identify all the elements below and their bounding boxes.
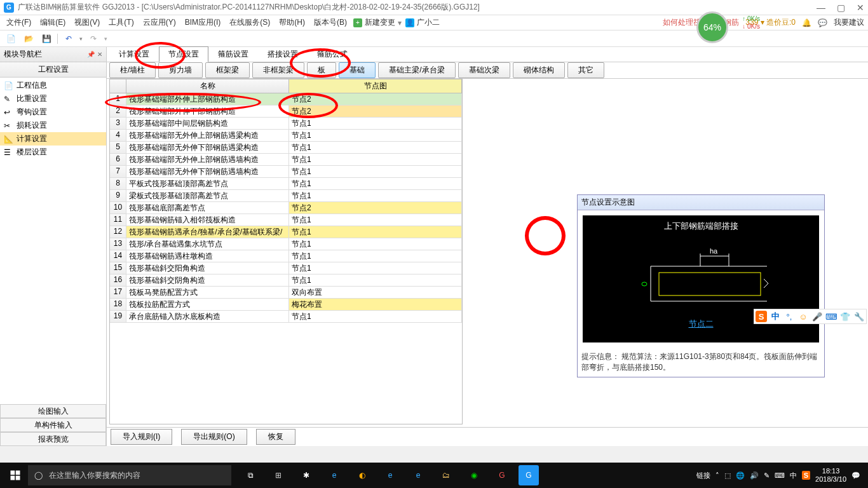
grid-row[interactable]: 9梁板式筏形基础顶部高差节点节点1 [110, 190, 462, 202]
settings-tab-0[interactable]: 计算设置 [109, 46, 159, 62]
undo-icon[interactable]: ↶ [62, 32, 76, 45]
sidebar-item-0[interactable]: 📄工程信息 [0, 79, 106, 92]
category-tab-4[interactable]: 板 [307, 62, 336, 78]
grid-body[interactable]: 1筏形基础端部外伸上部钢筋构造节点22筏形基础端部外伸下部钢筋构造节点23筏形基… [109, 93, 463, 424]
taskbar-search[interactable]: ◯ 在这里输入你要搜索的内容 [28, 465, 231, 485]
menu-cloud[interactable]: 云应用(Y) [140, 16, 179, 29]
tray-clock[interactable]: 18:13 2018/3/10 [815, 467, 846, 484]
grid-row[interactable]: 3筏形基础端部中间层钢筋构造节点1 [110, 118, 462, 130]
settings-tab-2[interactable]: 箍筋设置 [208, 46, 258, 62]
import-rules-button[interactable]: 导入规则(I) [111, 429, 172, 445]
grid-row[interactable]: 6筏形基础端部无外伸上部钢筋遇墙构造节点1 [110, 154, 462, 166]
task-view-icon[interactable]: ⧉ [236, 463, 264, 488]
category-tab-8[interactable]: 砌体结构 [513, 62, 565, 78]
sidebar-item-5[interactable]: ☰楼层设置 [0, 146, 106, 159]
sidebar-tab-report[interactable]: 报表预览 [0, 432, 106, 446]
category-tab-0[interactable]: 柱/墙柱 [109, 62, 156, 78]
row-node[interactable]: 节点1 [289, 130, 462, 141]
new-change-button[interactable]: + 新建变更 ▾ [353, 17, 402, 28]
taskbar-app-6[interactable]: G [488, 463, 516, 488]
tray-sogou-icon[interactable]: S [802, 471, 810, 480]
category-tab-5[interactable]: 基础 [339, 62, 376, 78]
tray-pen-icon[interactable]: ✎ [764, 471, 770, 480]
grid-row[interactable]: 19承台底筋锚入防水底板构造节点1 [110, 311, 462, 323]
row-node[interactable]: 节点2 [289, 93, 462, 105]
taskbar-app-1[interactable]: ⊞ [264, 463, 292, 488]
diagram-link[interactable]: 节点二 [689, 318, 714, 330]
menu-edit[interactable]: 编辑(E) [37, 16, 68, 29]
row-node[interactable]: 节点1 [289, 166, 462, 177]
row-node[interactable]: 节点1 [289, 250, 462, 262]
restore-button[interactable]: 恢复 [256, 429, 295, 445]
bell-icon[interactable]: 🔔 [802, 18, 811, 27]
row-node[interactable]: 节点1 [289, 274, 462, 286]
menu-view[interactable]: 视图(V) [72, 16, 102, 29]
tray-chevron-icon[interactable]: ˄ [715, 471, 719, 480]
menu-tools[interactable]: 工具(T) [106, 16, 136, 29]
feedback-link[interactable]: 我要建议 [834, 17, 864, 28]
ime-toolbar[interactable]: S 中 °, ☺ 🎤 ⌨ 👕 🔧 [754, 309, 867, 324]
redo-icon[interactable]: ↷ [86, 32, 100, 45]
category-tab-6[interactable]: 基础主梁/承台梁 [378, 62, 455, 78]
category-tab-9[interactable]: 其它 [567, 62, 604, 78]
menu-file[interactable]: 文件(F) [4, 16, 34, 29]
undo-dropdown-icon[interactable]: ▾ [79, 36, 83, 42]
pin-icon[interactable]: 📌 [87, 51, 95, 58]
taskbar-edge-icon[interactable]: e [320, 463, 348, 488]
row-node[interactable]: 节点1 [289, 190, 462, 201]
taskbar-app-7[interactable]: G [519, 465, 539, 485]
row-node[interactable]: 节点1 [289, 154, 462, 165]
grid-row[interactable]: 18筏板拉筋配置方式梅花布置 [110, 299, 462, 311]
ime-skin-icon[interactable]: 👕 [839, 311, 851, 322]
ime-smile-icon[interactable]: ☺ [797, 311, 809, 322]
ime-zhong[interactable]: 中 [770, 311, 781, 322]
category-tab-7[interactable]: 基础次梁 [458, 62, 510, 78]
open-file-icon[interactable]: 📂 [22, 32, 36, 45]
taskbar-explorer-icon[interactable]: 🗂 [432, 463, 460, 488]
sidebar-item-1[interactable]: ✎比重设置 [0, 92, 106, 105]
sidebar-item-2[interactable]: ↩弯钩设置 [0, 105, 106, 119]
taskbar-ie-icon[interactable]: e [404, 463, 432, 488]
row-node[interactable]: 节点1 [289, 214, 462, 226]
row-node[interactable]: 节点1 [289, 178, 462, 189]
category-tab-3[interactable]: 非框架梁 [252, 62, 304, 78]
row-node[interactable]: 节点1 [289, 226, 462, 238]
maximize-button[interactable]: ▢ [837, 3, 845, 13]
chat-icon[interactable]: 💬 [818, 18, 827, 27]
grid-row[interactable]: 15筏形基础斜交阳角构造节点1 [110, 262, 462, 274]
row-node[interactable]: 双向布置 [289, 287, 462, 298]
user-display[interactable]: 👤 广小二 [405, 17, 440, 28]
grid-row[interactable]: 1筏形基础端部外伸上部钢筋构造节点2 [110, 93, 462, 105]
start-button[interactable] [3, 463, 28, 488]
minimize-button[interactable]: — [817, 3, 825, 13]
save-icon[interactable]: 💾 [39, 32, 53, 45]
taskbar-app-3[interactable]: ◐ [348, 463, 376, 488]
tray-ime-zhong[interactable]: 中 [790, 471, 797, 480]
row-node[interactable]: 节点1 [289, 118, 462, 129]
tray-link-label[interactable]: 链接 [696, 471, 710, 480]
sidebar-item-3[interactable]: ✂损耗设置 [0, 119, 106, 132]
export-rules-button[interactable]: 导出规则(O) [181, 429, 247, 445]
grid-row[interactable]: 2筏形基础端部外伸下部钢筋构造节点2 [110, 105, 462, 118]
tray-app-icon[interactable]: ⬚ [724, 471, 731, 480]
menu-online[interactable]: 在线服务(S) [227, 16, 273, 29]
ime-mic-icon[interactable]: 🎤 [811, 311, 823, 322]
row-node[interactable]: 节点1 [289, 262, 462, 274]
menu-help[interactable]: 帮助(H) [276, 16, 308, 29]
row-node[interactable]: 节点2 [289, 202, 462, 214]
menu-version[interactable]: 版本号(B) [311, 16, 349, 29]
sidebar-section-header[interactable]: 工程设置 [0, 62, 106, 78]
row-node[interactable]: 节点1 [289, 142, 462, 153]
grid-row[interactable]: 13筏形/承台基础遇集水坑节点节点1 [110, 238, 462, 250]
grid-row[interactable]: 4筏形基础端部无外伸上部钢筋遇梁构造节点1 [110, 130, 462, 142]
row-node[interactable]: 节点1 [289, 238, 462, 250]
row-node[interactable]: 梅花布置 [289, 299, 462, 310]
grid-row[interactable]: 8平板式筏形基础顶部高差节点节点1 [110, 178, 462, 190]
ime-tool-icon[interactable]: 🔧 [853, 311, 865, 322]
taskbar-app-4[interactable]: e [376, 463, 404, 488]
sidebar-close-icon[interactable]: ✕ [97, 51, 102, 58]
network-usage-bubble[interactable]: 64% [696, 11, 728, 43]
ime-punct-icon[interactable]: °, [783, 311, 795, 322]
grid-row[interactable]: 5筏形基础端部无外伸下部钢筋遇梁构造节点1 [110, 142, 462, 154]
grid-row[interactable]: 12筏形基础钢筋遇承台/独基/承台梁/基础联系梁/节点1 [110, 226, 462, 238]
